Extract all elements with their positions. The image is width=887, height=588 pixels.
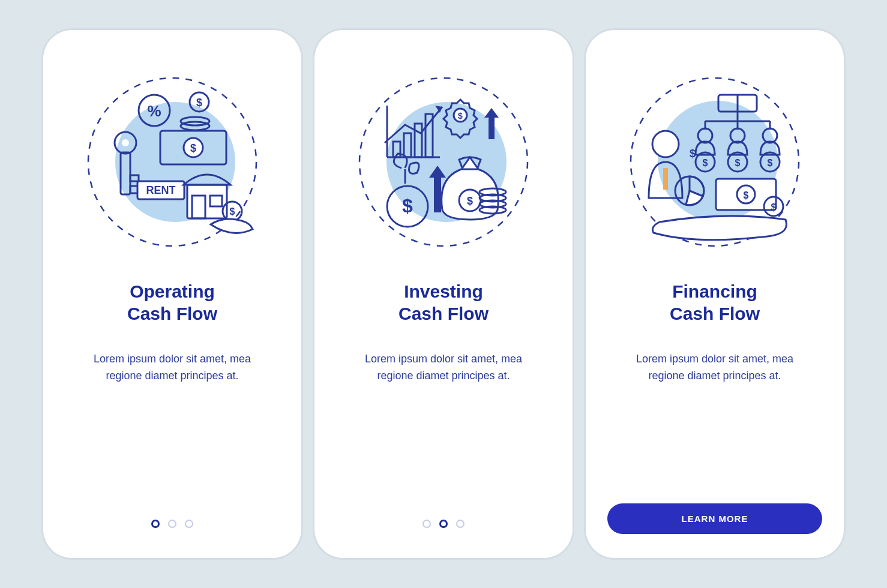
screen-1-body: Lorem ipsum dolor sit amet, mea regione … <box>76 351 268 385</box>
svg-text:$: $ <box>735 158 741 168</box>
operating-cash-flow-icon: % $ $ RENT <box>82 72 262 252</box>
svg-text:$: $ <box>196 97 202 109</box>
svg-text:$: $ <box>771 202 777 212</box>
onboarding-screen-1[interactable]: % $ $ RENT <box>43 30 301 558</box>
svg-text:$: $ <box>402 195 413 217</box>
screen-1-heading: Operating Cash Flow <box>127 281 217 325</box>
svg-text:$: $ <box>230 206 235 217</box>
learn-more-button[interactable]: LEARN MORE <box>607 503 822 534</box>
onboarding-screen-2[interactable]: $ $ $ <box>314 30 573 558</box>
svg-rect-60 <box>663 168 668 190</box>
page-dot-2[interactable] <box>168 520 176 528</box>
svg-text:$: $ <box>467 195 473 207</box>
investing-cash-flow-icon: $ $ $ <box>353 72 534 252</box>
screen-2-heading: Investing Cash Flow <box>398 281 489 325</box>
svg-text:$: $ <box>690 148 696 160</box>
financing-cash-flow-icon: $ $ $ $ <box>625 72 805 252</box>
rent-label: RENT <box>146 184 176 196</box>
onboarding-screens: % $ $ RENT <box>43 30 844 558</box>
page-dot-1[interactable] <box>151 520 160 528</box>
svg-text:$: $ <box>768 158 773 168</box>
screen-2-body: Lorem ipsum dolor sit amet, mea regione … <box>347 351 540 385</box>
svg-point-59 <box>652 131 679 157</box>
svg-text:$: $ <box>458 111 463 121</box>
svg-rect-17 <box>187 185 227 218</box>
svg-text:%: % <box>147 102 161 120</box>
svg-text:$: $ <box>703 158 708 168</box>
page-indicator <box>422 520 465 528</box>
screen-3-body: Lorem ipsum dolor sit amet, mea regione … <box>619 351 811 385</box>
svg-text:$: $ <box>744 190 749 200</box>
svg-point-3 <box>122 139 129 146</box>
onboarding-screen-3[interactable]: $ $ $ $ <box>586 30 844 558</box>
page-dot-3[interactable] <box>456 520 465 528</box>
page-dot-1[interactable] <box>422 520 431 528</box>
page-dot-3[interactable] <box>185 520 193 528</box>
page-indicator <box>151 520 193 528</box>
svg-text:$: $ <box>190 142 196 154</box>
screen-3-heading: Financing Cash Flow <box>670 281 760 325</box>
page-dot-2[interactable] <box>439 520 448 528</box>
